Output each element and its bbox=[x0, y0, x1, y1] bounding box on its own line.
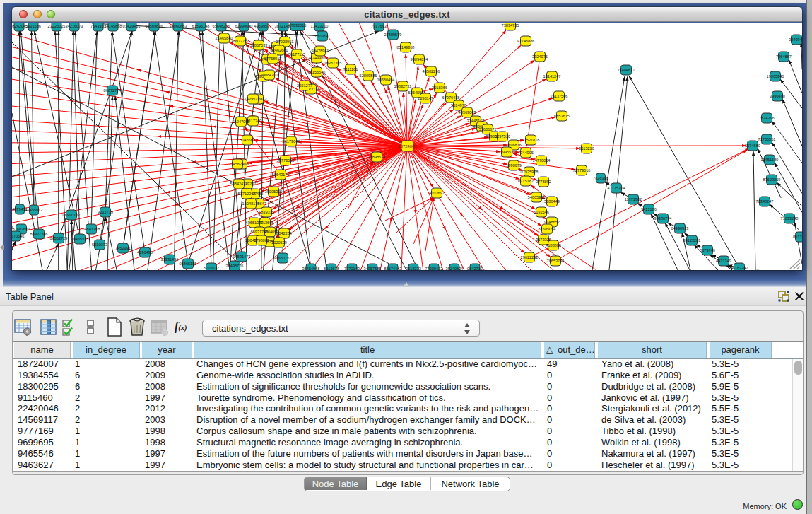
svg-text:34060883: 34060883 bbox=[170, 24, 187, 28]
svg-text:15451680: 15451680 bbox=[761, 158, 779, 162]
svg-text:9232719: 9232719 bbox=[98, 210, 113, 214]
svg-text:26137506: 26137506 bbox=[551, 94, 568, 98]
svg-text:3990490: 3990490 bbox=[770, 94, 785, 98]
svg-text:51712368: 51712368 bbox=[238, 192, 256, 196]
svg-text:27889579: 27889579 bbox=[384, 33, 402, 37]
svg-text:35454948: 35454948 bbox=[302, 267, 320, 270]
svg-text:21047095: 21047095 bbox=[233, 119, 250, 124]
svg-text:73834735: 73834735 bbox=[502, 23, 519, 28]
svg-text:6716572: 6716572 bbox=[204, 266, 219, 270]
svg-text:3778892: 3778892 bbox=[536, 180, 551, 184]
svg-text:5674680: 5674680 bbox=[745, 144, 760, 148]
svg-text:2290147: 2290147 bbox=[418, 96, 433, 100]
svg-text:50643171: 50643171 bbox=[272, 173, 290, 177]
svg-text:34957885: 34957885 bbox=[364, 267, 382, 270]
svg-text:85149368: 85149368 bbox=[397, 45, 415, 49]
svg-text:0842710: 0842710 bbox=[467, 267, 483, 270]
svg-text:1020539: 1020539 bbox=[271, 240, 287, 245]
svg-text:23226025: 23226025 bbox=[48, 24, 66, 28]
svg-text:21249985: 21249985 bbox=[308, 56, 326, 60]
svg-text:29622292: 29622292 bbox=[521, 255, 539, 259]
svg-text:27484677: 27484677 bbox=[618, 68, 635, 72]
svg-text:98478961: 98478961 bbox=[312, 49, 329, 53]
svg-text:36183242: 36183242 bbox=[731, 266, 748, 270]
svg-text:65648236: 65648236 bbox=[213, 24, 230, 28]
svg-text:11671902: 11671902 bbox=[625, 197, 642, 201]
svg-text:67632016: 67632016 bbox=[289, 23, 307, 28]
svg-text:74989413: 74989413 bbox=[425, 267, 443, 270]
svg-text:05865185: 05865185 bbox=[180, 262, 197, 266]
svg-text:19065940: 19065940 bbox=[767, 74, 784, 78]
svg-text:7111161: 7111161 bbox=[343, 67, 358, 71]
svg-text:4190496: 4190496 bbox=[137, 250, 153, 255]
svg-text:28498776: 28498776 bbox=[226, 264, 244, 268]
svg-text:21465840: 21465840 bbox=[216, 36, 233, 40]
svg-text:99386774: 99386774 bbox=[654, 216, 672, 221]
svg-text:9148652: 9148652 bbox=[544, 220, 560, 224]
svg-text:01429401: 01429401 bbox=[123, 24, 141, 28]
svg-text:14770054: 14770054 bbox=[533, 158, 551, 163]
svg-text:17758917: 17758917 bbox=[264, 57, 282, 61]
svg-text:07935978: 07935978 bbox=[521, 170, 539, 174]
svg-text:7917693: 7917693 bbox=[371, 24, 387, 28]
svg-text:53773515: 53773515 bbox=[277, 158, 295, 163]
svg-text:5297516: 5297516 bbox=[495, 134, 510, 139]
svg-text:98094024: 98094024 bbox=[411, 57, 428, 62]
svg-text:71093248: 71093248 bbox=[781, 216, 799, 221]
svg-text:18724007: 18724007 bbox=[399, 144, 417, 148]
svg-text:2018366: 2018366 bbox=[432, 86, 447, 90]
svg-text:5192546: 5192546 bbox=[534, 210, 549, 214]
svg-text:49651370: 49651370 bbox=[246, 221, 264, 225]
svg-text:3924075: 3924075 bbox=[532, 54, 548, 59]
svg-text:7744905: 7744905 bbox=[518, 151, 534, 155]
svg-text:27028951: 27028951 bbox=[276, 40, 294, 44]
svg-text:7464887: 7464887 bbox=[776, 54, 792, 59]
svg-text:7770143: 7770143 bbox=[344, 267, 360, 270]
svg-text:4188805: 4188805 bbox=[546, 243, 561, 247]
svg-text:65569816: 65569816 bbox=[146, 24, 163, 28]
svg-text:54145868: 54145868 bbox=[105, 24, 122, 28]
svg-text:0715182: 0715182 bbox=[518, 179, 534, 183]
svg-text:81685054: 81685054 bbox=[539, 227, 556, 231]
svg-text:66177115: 66177115 bbox=[288, 52, 305, 57]
svg-text:58867533: 58867533 bbox=[250, 43, 268, 47]
svg-text:9042284: 9042284 bbox=[276, 231, 292, 235]
svg-text:16560494: 16560494 bbox=[377, 78, 395, 82]
svg-text:19832731: 19832731 bbox=[394, 84, 412, 88]
svg-text:21456232: 21456232 bbox=[229, 162, 247, 166]
svg-text:7826398: 7826398 bbox=[593, 176, 608, 180]
svg-text:5186449: 5186449 bbox=[544, 199, 560, 204]
svg-text:70348247: 70348247 bbox=[756, 199, 774, 204]
svg-text:72779010: 72779010 bbox=[573, 168, 591, 173]
svg-text:1998679: 1998679 bbox=[506, 163, 522, 168]
svg-text:8613171: 8613171 bbox=[793, 235, 802, 239]
svg-text:1798089: 1798089 bbox=[254, 238, 269, 243]
svg-text:61595148: 61595148 bbox=[192, 24, 210, 28]
svg-text:18141247: 18141247 bbox=[543, 74, 561, 78]
svg-text:2870831: 2870831 bbox=[314, 34, 330, 38]
svg-text:70653794: 70653794 bbox=[547, 259, 565, 263]
svg-text:97995527: 97995527 bbox=[498, 150, 516, 154]
svg-text:67976438: 67976438 bbox=[442, 95, 460, 100]
svg-text:4471349: 4471349 bbox=[716, 259, 731, 263]
svg-text:18367365: 18367365 bbox=[324, 61, 342, 65]
svg-text:5310033: 5310033 bbox=[92, 243, 107, 247]
svg-text:3696816: 3696816 bbox=[506, 143, 522, 147]
svg-text:39084700: 39084700 bbox=[261, 73, 278, 77]
svg-text:06990162: 06990162 bbox=[63, 213, 81, 217]
svg-text:47775204: 47775204 bbox=[608, 186, 625, 190]
svg-text:26179640: 26179640 bbox=[283, 139, 300, 144]
svg-text:20465375: 20465375 bbox=[71, 237, 89, 241]
svg-text:1839335: 1839335 bbox=[259, 210, 274, 214]
svg-text:5331586: 5331586 bbox=[25, 24, 41, 28]
svg-text:74395339: 74395339 bbox=[245, 97, 262, 101]
svg-text:9413186: 9413186 bbox=[641, 207, 657, 211]
svg-text:40369003: 40369003 bbox=[459, 110, 476, 115]
svg-text:62994680: 62994680 bbox=[235, 24, 253, 28]
svg-text:3518233: 3518233 bbox=[406, 267, 421, 270]
svg-text:31931491: 31931491 bbox=[161, 257, 179, 262]
svg-text:54665905: 54665905 bbox=[528, 195, 546, 199]
svg-text:85574443: 85574443 bbox=[384, 267, 402, 270]
svg-text:99650752: 99650752 bbox=[274, 256, 292, 260]
svg-text:39005329: 39005329 bbox=[265, 189, 283, 194]
